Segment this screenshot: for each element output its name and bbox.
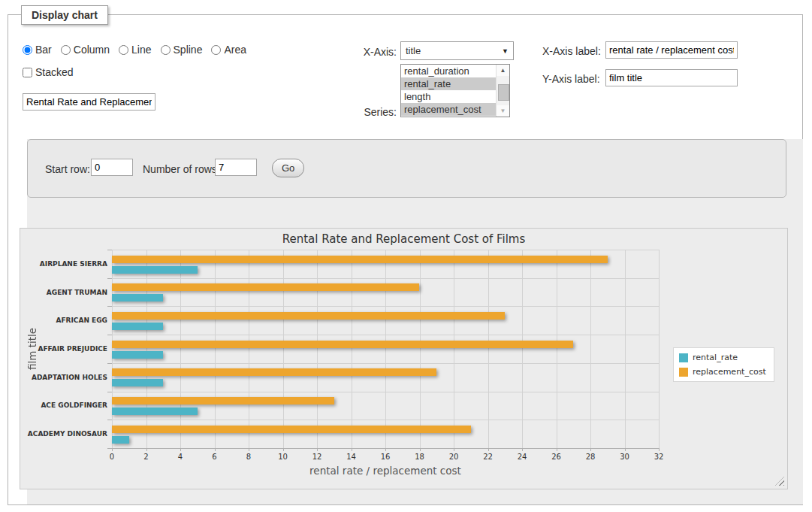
category-label: ACE GOLDFINGER (0, 401, 107, 409)
x-axis-tick (590, 448, 591, 451)
gridline (522, 250, 523, 448)
y-axis-tick (107, 363, 112, 364)
legend-item-replacement_cost[interactable]: replacement_cost (679, 367, 766, 377)
gridline (283, 250, 284, 448)
x-tick-label: 14 (337, 453, 367, 461)
bar-replacement_cost[interactable] (112, 256, 608, 263)
gridline (180, 250, 181, 448)
x-axis-tick (420, 448, 421, 451)
radio-column[interactable]: Column (61, 44, 110, 56)
start-row-input[interactable] (91, 159, 133, 176)
bar-rental_rate[interactable] (112, 436, 129, 444)
gridline (249, 250, 249, 448)
radio-spline[interactable]: Spline (161, 44, 203, 56)
radio-input-spline[interactable] (161, 45, 171, 55)
bar-replacement_cost[interactable] (112, 368, 436, 376)
stacked-row: Stacked (23, 66, 74, 78)
chart-title: Rental Rate and Replacement Cost of Film… (20, 232, 787, 246)
option-replacement_cost[interactable]: replacement_cost (401, 103, 497, 116)
go-button[interactable]: Go (272, 159, 304, 177)
gridline (659, 250, 660, 448)
x-axis-tick (146, 448, 147, 451)
gridline (215, 250, 216, 448)
radio-input-area[interactable] (211, 45, 221, 55)
gridline (112, 392, 659, 392)
bar-rental_rate[interactable] (112, 294, 163, 301)
gridline (112, 420, 659, 420)
xaxis-select[interactable]: title ▼ (400, 41, 514, 60)
chart-legend: rental_ratereplacement_cost (673, 347, 774, 382)
bar-rental_rate[interactable] (112, 407, 198, 415)
yaxis-text-label: Y-Axis label: (542, 73, 604, 85)
x-axis-tick (352, 448, 352, 451)
xaxis-text-label: X-Axis label: (542, 45, 604, 57)
yaxis-label-input[interactable] (605, 69, 738, 86)
option-rental_rate[interactable]: rental_rate (401, 77, 497, 90)
category-label: AGENT TRUMAN (0, 289, 107, 296)
series-scrollbar[interactable]: ▲ ▼ (496, 65, 509, 117)
legend-label: rental_rate (693, 353, 738, 362)
x-tick-label: 12 (302, 453, 332, 461)
gridline (112, 306, 659, 307)
radio-line[interactable]: Line (119, 44, 151, 56)
gridline (317, 250, 318, 448)
legend-swatch (679, 368, 688, 377)
bar-replacement_cost[interactable] (112, 397, 334, 404)
bar-replacement_cost[interactable] (112, 426, 471, 433)
gridline (625, 250, 626, 448)
legend-item-rental_rate[interactable]: rental_rate (679, 353, 766, 362)
radio-bar[interactable]: Bar (23, 44, 52, 56)
x-tick-label: 8 (234, 453, 264, 461)
x-axis-tick (488, 448, 489, 451)
radio-label: Bar (35, 44, 52, 56)
scroll-up-button[interactable]: ▲ (497, 65, 509, 76)
gridline (488, 250, 489, 448)
chevron-down-icon: ▼ (502, 47, 509, 55)
x-axis-tick (180, 448, 181, 451)
radio-input-line[interactable] (119, 45, 128, 55)
bar-rental_rate[interactable] (112, 323, 163, 330)
x-tick-label: 24 (507, 453, 537, 461)
radio-input-bar[interactable] (23, 45, 32, 55)
rows-panel (27, 139, 786, 198)
xaxis-label-input[interactable] (605, 41, 738, 59)
category-label: AIRPLANE SIERRA (0, 260, 107, 268)
gridline (420, 250, 421, 448)
x-axis-tick (522, 448, 523, 451)
resize-handle[interactable] (775, 477, 784, 486)
legend-label: replacement_cost (693, 367, 766, 377)
radio-area[interactable]: Area (211, 44, 246, 56)
x-tick-label: 2 (131, 453, 161, 461)
radio-label: Line (131, 44, 151, 56)
radio-label: Spline (174, 44, 203, 56)
scroll-down-button[interactable]: ▼ (497, 105, 509, 117)
chart-container: Rental Rate and Replacement Cost of Film… (20, 228, 788, 489)
y-axis-tick (107, 278, 112, 279)
x-tick-label: 32 (644, 453, 674, 461)
gridline (112, 250, 659, 250)
chart-title-input[interactable] (23, 93, 155, 111)
stacked-checkbox[interactable] (23, 68, 32, 77)
series-multiselect[interactable]: ▲ ▼ rental_durationrental_ratelengthrepl… (400, 64, 510, 117)
gridline (112, 278, 659, 279)
gridline (146, 250, 147, 448)
bar-rental_rate[interactable] (112, 266, 198, 274)
radio-input-column[interactable] (61, 45, 71, 55)
option-length[interactable]: length (401, 90, 497, 103)
x-axis-tick (112, 448, 113, 451)
scroll-thumb[interactable] (498, 84, 509, 101)
bar-replacement_cost[interactable] (112, 312, 505, 320)
bar-rental_rate[interactable] (112, 351, 163, 359)
x-tick-label: 18 (405, 453, 435, 461)
number-of-rows-input[interactable] (215, 159, 257, 176)
bar-rental_rate[interactable] (112, 379, 163, 386)
x-tick-label: 30 (610, 453, 640, 461)
bar-replacement_cost[interactable] (112, 341, 573, 348)
option-rental_duration[interactable]: rental_duration (401, 65, 497, 77)
x-axis-tick (215, 448, 216, 451)
x-tick-label: 4 (165, 453, 195, 461)
stacked-label: Stacked (35, 66, 74, 78)
bar-replacement_cost[interactable] (112, 283, 419, 291)
number-of-rows-label: Number of rows: (143, 163, 220, 175)
gridline (557, 250, 557, 448)
